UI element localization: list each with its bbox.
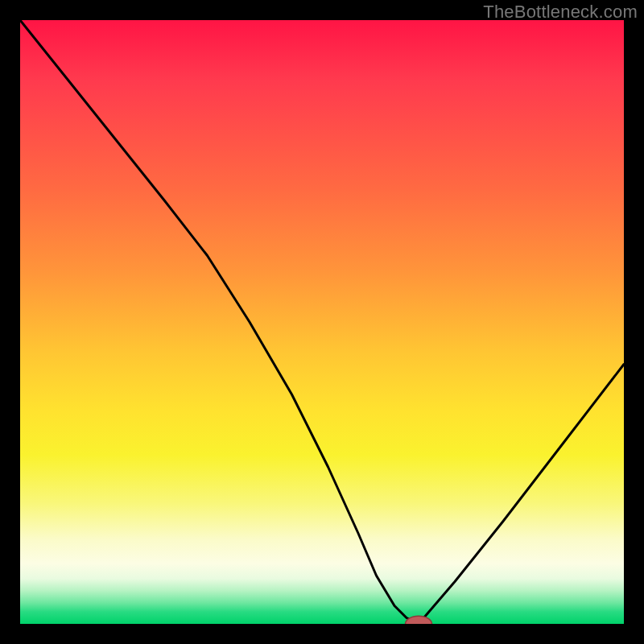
attribution-watermark: TheBottleneck.com [483, 2, 638, 23]
optimal-point-marker [406, 616, 432, 624]
plot-area [20, 20, 624, 624]
chart-svg [20, 20, 624, 624]
bottleneck-curve [20, 20, 624, 624]
chart-frame: TheBottleneck.com [0, 0, 644, 644]
